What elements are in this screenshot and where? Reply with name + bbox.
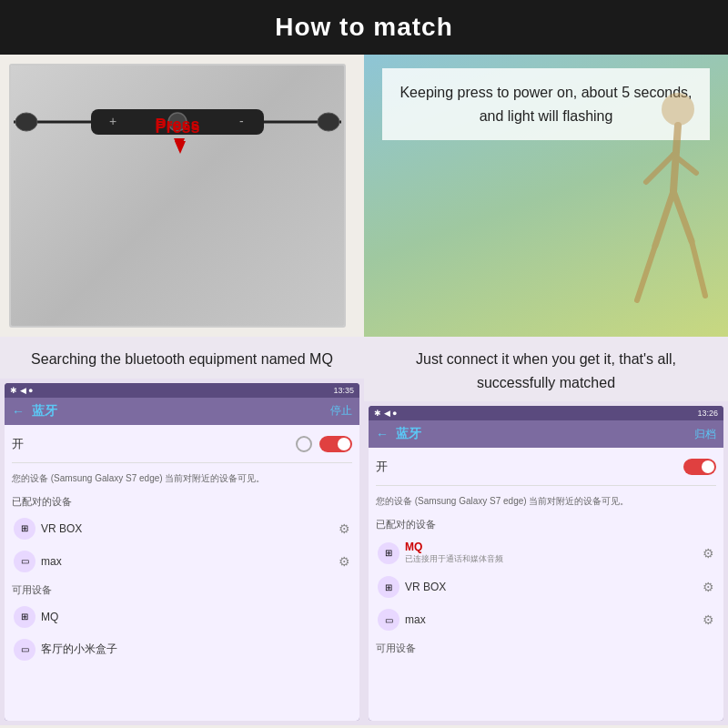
nav-title-left: 蓝牙 — [32, 403, 57, 420]
device-name-mq-connected: MQ — [405, 541, 697, 553]
svg-text:+: + — [109, 114, 116, 128]
toggle-switch-left[interactable] — [319, 436, 352, 452]
device-row-vrbox-right: ⊞ VR BOX ⚙ — [376, 572, 716, 602]
device-name-vrbox-right: VR BOX — [405, 581, 697, 593]
page-header: How to match — [0, 0, 728, 55]
toggle-circle — [296, 436, 312, 452]
svg-line-12 — [655, 191, 673, 246]
gear-icon-vrbox[interactable]: ⚙ — [339, 521, 350, 536]
toggle-label-right: 开 — [376, 459, 388, 475]
device-name-max-right: max — [405, 613, 697, 626]
device-name-max: max — [41, 555, 333, 568]
back-arrow-icon: ← — [12, 404, 25, 419]
toggle-row-left: 开 — [12, 432, 352, 456]
toggle-knob — [338, 438, 350, 450]
status-icons-right: ✱ ◀ ● — [374, 409, 397, 418]
section-paired-right: 已配对的设备 — [376, 518, 716, 531]
gear-icon-vrbox-right[interactable]: ⚙ — [703, 580, 714, 594]
section-available-left: 可用设备 — [12, 583, 352, 597]
nav-title-right: 蓝牙 — [396, 426, 421, 442]
device-icon-mq-connected: ⊞ — [378, 542, 399, 564]
svg-point-8 — [662, 93, 694, 126]
gear-icon-max[interactable]: ⚙ — [339, 554, 350, 569]
section-available-right: 可用设备 — [376, 642, 716, 655]
svg-point-6 — [15, 113, 37, 131]
device-row-mq-connected: ⊞ MQ 已连接用于通话和媒体音频 ⚙ — [376, 537, 716, 569]
gear-icon-max-right[interactable]: ⚙ — [703, 612, 714, 627]
device-description-right: 您的设备 (Samsung Galaxy S7 edge) 当前对附近的设备可见… — [376, 495, 716, 508]
toggle-label-left: 开 — [12, 436, 24, 452]
status-time-left: 13:35 — [333, 386, 354, 395]
phone-body-right: 开 您的设备 (Samsung Galaxy S7 edge) 当前对附近的设备… — [369, 448, 723, 721]
device-row-max-left: ▭ max ⚙ — [12, 547, 352, 576]
device-row-max-right: ▭ max ⚙ — [376, 605, 716, 634]
phone-screen-right: ✱ ◀ ● 13:26 ← 蓝牙 归档 开 您的设备 ( — [369, 406, 723, 721]
device-name-vrbox: VR BOX — [41, 522, 333, 535]
device-icon-xiaomi: ▭ — [14, 639, 35, 661]
toggle-controls — [296, 436, 352, 452]
svg-line-15 — [692, 241, 705, 296]
runner-figure — [619, 82, 719, 337]
phone-screen-left: ✱ ◀ ● 13:35 ← 蓝牙 停止 开 — [5, 383, 359, 721]
earphone-inner: + - Press — [11, 66, 344, 326]
svg-line-13 — [673, 191, 692, 241]
device-name-mq-avail: MQ — [41, 611, 350, 623]
nav-action-left: 停止 — [330, 403, 352, 419]
device-row-vrbox-left: ⊞ VR BOX ⚙ — [12, 514, 352, 543]
device-name-xiaomi: 客厅的小米盒子 — [41, 642, 350, 657]
toggle-row-right: 开 — [376, 455, 716, 479]
device-icon-vrbox: ⊞ — [14, 518, 35, 540]
gear-icon-mq-connected[interactable]: ⚙ — [703, 546, 714, 561]
device-icon-mq-avail: ⊞ — [14, 606, 35, 628]
top-right: Keeping press to power on, about 5 secon… — [364, 55, 728, 337]
earphone-image-box: + - Press Press — [9, 64, 346, 328]
bottom-right-instruction: Just connect it when you get it, that's … — [364, 337, 728, 401]
right-column: Keeping press to power on, about 5 secon… — [364, 55, 728, 725]
svg-text:-: - — [239, 114, 244, 128]
svg-line-10 — [646, 155, 673, 182]
divider-right — [376, 485, 716, 486]
device-icon-vrbox-right: ⊞ — [378, 576, 399, 598]
press-arrow-indicator — [175, 141, 186, 154]
device-row-mq-available: ⊞ MQ — [12, 602, 352, 632]
device-icon-max-right: ▭ — [378, 609, 399, 631]
bottom-left: Searching the bluetooth equipment named … — [0, 337, 364, 725]
svg-line-14 — [637, 246, 655, 300]
toggle-knob-right — [702, 460, 714, 473]
page-title: How to match — [275, 13, 453, 41]
section-paired-left: 已配对的设备 — [12, 495, 352, 509]
toggle-switch-right[interactable] — [683, 459, 716, 475]
main-content: + - Press Press Sea — [0, 55, 728, 725]
phone-body-left: 开 您的设备 (Samsung Galaxy S7 edge) 当前对附近的设备… — [5, 425, 359, 721]
phone-status-bar-right: ✱ ◀ ● 13:26 — [369, 406, 723, 420]
back-arrow-icon-right: ← — [376, 427, 389, 441]
mq-info: MQ 已连接用于通话和媒体音频 — [405, 541, 697, 565]
nav-action-right: 归档 — [694, 427, 716, 442]
phone-nav-left: ← 蓝牙 停止 — [5, 398, 359, 425]
phone-status-bar-left: ✱ ◀ ● 13:35 — [5, 383, 359, 398]
svg-point-7 — [318, 113, 339, 131]
device-sub-mq: 已连接用于通话和媒体音频 — [405, 553, 697, 565]
device-icon-max: ▭ — [14, 551, 35, 572]
bottom-left-instruction: Searching the bluetooth equipment named … — [0, 337, 364, 379]
device-row-xiaomi: ▭ 客厅的小米盒子 — [12, 635, 352, 664]
phone-nav-right: ← 蓝牙 归档 — [369, 420, 723, 448]
status-icons-left: ✱ ◀ ● — [10, 386, 33, 395]
press-text: Press — [155, 118, 199, 137]
status-time-right: 13:26 — [697, 409, 718, 418]
device-description-left: 您的设备 (Samsung Galaxy S7 edge) 当前对附近的设备可见… — [12, 472, 352, 485]
left-column: + - Press Press Sea — [0, 55, 364, 725]
bottom-right: Just connect it when you get it, that's … — [364, 337, 728, 725]
divider — [12, 462, 352, 463]
